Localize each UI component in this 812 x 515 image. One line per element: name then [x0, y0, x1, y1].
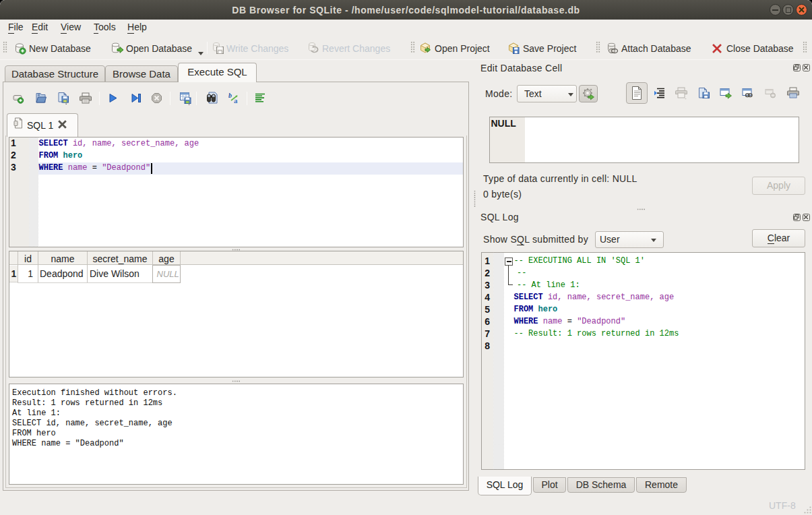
svg-text:b: b — [228, 92, 232, 99]
